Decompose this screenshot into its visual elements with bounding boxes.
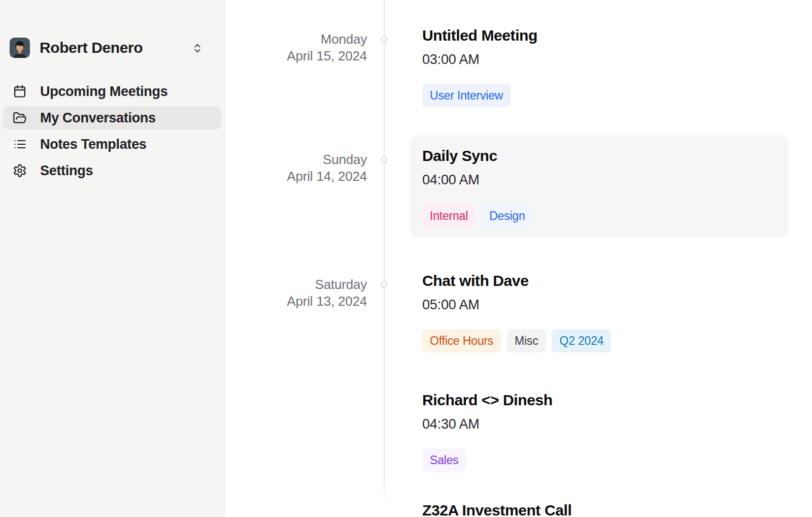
meeting-item[interactable]: Untitled Meeting03:00 AMUser Interview bbox=[410, 15, 788, 117]
meeting-title: Untitled Meeting bbox=[422, 25, 776, 46]
group-meetings: Chat with Dave05:00 AMOffice HoursMiscQ2… bbox=[410, 260, 788, 482]
calendar-icon bbox=[13, 84, 27, 99]
sidebar-item-label: Upcoming Meetings bbox=[40, 84, 167, 100]
sidebar-item-my-conversations[interactable]: My Conversations bbox=[3, 106, 221, 130]
meeting-title: Chat with Dave bbox=[422, 270, 776, 292]
main-content: MondayApril 15, 2024Untitled Meeting03:0… bbox=[225, 0, 812, 517]
timeline-groups: MondayApril 15, 2024Untitled Meeting03:0… bbox=[225, 0, 812, 517]
meeting-item[interactable]: Chat with Dave05:00 AMOffice HoursMiscQ2… bbox=[410, 260, 788, 363]
meeting-item[interactable]: Daily Sync04:00 AMInternalDesign bbox=[410, 135, 788, 238]
meeting-item[interactable]: Richard <> Dinesh04:30 AMSales bbox=[410, 379, 788, 482]
user-name: Robert Denero bbox=[40, 39, 143, 56]
meeting-item[interactable]: Z32A Investment Call bbox=[410, 490, 788, 517]
folder-open-icon bbox=[13, 111, 27, 125]
date-gutter: SaturdayApril 13, 2024 bbox=[225, 260, 384, 482]
group-meetings: Z32A Investment Call bbox=[410, 490, 788, 517]
sidebar-item-label: Notes Templates bbox=[40, 137, 147, 152]
tag-pill[interactable]: Q2 2024 bbox=[552, 329, 611, 352]
tag-pill[interactable]: Office Hours bbox=[422, 329, 501, 352]
timeline-group: SundayApril 14, 2024Daily Sync04:00 AMIn… bbox=[225, 135, 812, 238]
sidebar-item-label: My Conversations bbox=[40, 110, 156, 126]
meeting-title: Richard <> Dinesh bbox=[422, 390, 776, 411]
sidebar-item-label: Settings bbox=[40, 163, 93, 179]
meeting-tags: InternalDesign bbox=[422, 204, 776, 228]
meeting-time: 03:00 AM bbox=[422, 50, 776, 69]
meeting-time: 04:00 AM bbox=[422, 171, 776, 189]
date-gutter: SundayApril 14, 2024 bbox=[225, 135, 384, 238]
timeline-group: Z32A Investment Call bbox=[225, 490, 812, 517]
date-gutter: MondayApril 15, 2024 bbox=[225, 15, 384, 117]
sidebar-item-settings[interactable]: Settings bbox=[3, 159, 221, 182]
date-gutter bbox=[225, 490, 384, 517]
tag-pill[interactable]: Internal bbox=[422, 204, 476, 228]
timeline-group: MondayApril 15, 2024Untitled Meeting03:0… bbox=[225, 15, 812, 117]
meeting-tags: Sales bbox=[422, 448, 776, 472]
tag-pill[interactable]: User Interview bbox=[422, 84, 511, 107]
timeline-dot bbox=[381, 281, 387, 288]
tag-pill[interactable]: Design bbox=[482, 204, 532, 228]
avatar bbox=[10, 38, 30, 58]
meeting-time: 05:00 AM bbox=[422, 296, 776, 314]
meeting-title: Daily Sync bbox=[422, 145, 776, 167]
group-day: Monday bbox=[225, 31, 367, 48]
tag-pill[interactable]: Misc bbox=[507, 329, 546, 352]
chevrons-up-down-icon[interactable] bbox=[192, 42, 203, 57]
timeline-group: SaturdayApril 13, 2024Chat with Dave05:0… bbox=[225, 260, 812, 482]
gear-icon bbox=[13, 164, 27, 178]
sidebar-nav: Upcoming MeetingsMy ConversationsNotes T… bbox=[0, 80, 224, 182]
group-meetings: Daily Sync04:00 AMInternalDesign bbox=[410, 135, 788, 238]
list-icon bbox=[13, 137, 27, 151]
timeline-dot bbox=[381, 156, 387, 163]
sidebar: Robert Denero Upcoming MeetingsMy Conver… bbox=[0, 0, 225, 517]
group-meetings: Untitled Meeting03:00 AMUser Interview bbox=[410, 15, 788, 117]
meeting-title: Z32A Investment Call bbox=[422, 500, 776, 517]
app-window: Robert Denero Upcoming MeetingsMy Conver… bbox=[0, 0, 812, 517]
tag-pill[interactable]: Sales bbox=[422, 448, 466, 472]
meeting-time: 04:30 AM bbox=[422, 415, 776, 433]
timeline-dot bbox=[381, 36, 387, 43]
group-date: April 14, 2024 bbox=[225, 168, 367, 185]
group-date: April 13, 2024 bbox=[225, 293, 367, 310]
meeting-tags: User Interview bbox=[422, 84, 776, 107]
group-day: Sunday bbox=[225, 151, 367, 168]
group-date: April 15, 2024 bbox=[225, 48, 367, 64]
sidebar-item-upcoming-meetings[interactable]: Upcoming Meetings bbox=[3, 80, 221, 103]
group-day: Saturday bbox=[225, 276, 367, 293]
meeting-tags: Office HoursMiscQ2 2024 bbox=[422, 329, 776, 352]
sidebar-item-notes-templates[interactable]: Notes Templates bbox=[3, 133, 221, 156]
user-profile-selector[interactable]: Robert Denero bbox=[10, 38, 214, 58]
